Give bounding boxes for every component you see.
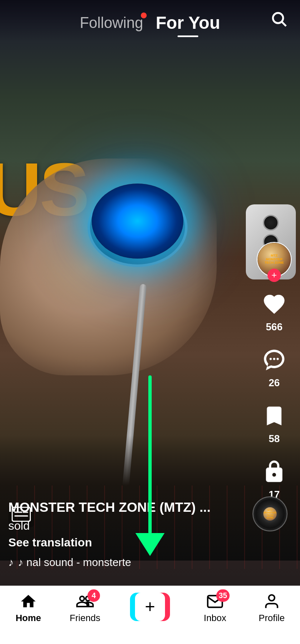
following-tab[interactable]: Following (80, 14, 143, 32)
friends-badge: 4 (88, 589, 100, 602)
profile-icon (263, 593, 280, 610)
avatar-label: MTZMONSTERTECH ZONE (265, 254, 284, 265)
inbox-icon: 35 (206, 593, 224, 610)
right-actions-panel: MTZMONSTERTECH ZONE + 566 26 (257, 242, 292, 501)
video-info: MONSTER TECH ZONE (MTZ) ... sold See tra… (0, 500, 242, 577)
top-navigation: Following For You (0, 0, 300, 42)
video-description: sold (8, 519, 233, 533)
profile-nav-item[interactable]: Profile (251, 593, 292, 624)
bookmark-count: 58 (269, 433, 280, 445)
svg-point-3 (273, 358, 275, 360)
friends-icon: 4 (76, 593, 94, 610)
share-icon (260, 457, 289, 486)
music-text: ♪ nal sound - monsterte (18, 556, 131, 569)
svg-point-4 (277, 358, 279, 360)
create-button[interactable]: + (121, 593, 179, 621)
bookmark-action[interactable]: 58 (260, 401, 289, 445)
inbox-label: Inbox (204, 613, 226, 624)
arrow-head (135, 533, 165, 556)
home-icon (20, 593, 37, 610)
like-count: 566 (266, 321, 282, 333)
music-note-icon: ♪ (8, 556, 14, 569)
share-action[interactable]: 17 (260, 457, 289, 501)
music-info[interactable]: ♪ ♪ nal sound - monsterte (8, 556, 233, 569)
comment-action[interactable]: 26 (260, 345, 289, 389)
device-glow (92, 184, 183, 259)
svg-point-9 (269, 595, 275, 601)
plus-button-inner: + (130, 593, 170, 621)
creator-avatar-container[interactable]: MTZMONSTERTECH ZONE + (257, 242, 292, 277)
like-icon (260, 289, 289, 319)
svg-line-1 (282, 22, 286, 26)
notification-dot (141, 13, 147, 18)
profile-label: Profile (259, 613, 285, 624)
home-nav-item[interactable]: Home (8, 593, 49, 624)
swipe-arrow (135, 375, 165, 556)
svg-point-2 (270, 358, 272, 360)
following-label: Following (80, 14, 143, 31)
bottom-navigation: Home 4 Friends + 35 Inbox (0, 586, 300, 644)
camera-lens-1 (263, 215, 279, 231)
hand-visual (0, 158, 217, 375)
follow-button[interactable]: + (268, 269, 281, 282)
inbox-badge: 35 (216, 589, 230, 602)
foryou-tab[interactable]: For You (156, 13, 220, 33)
vinyl-center: MTZMONSTERTECHZONE (263, 507, 277, 521)
home-label: Home (15, 613, 41, 624)
plus-icon: + (135, 593, 165, 621)
foryou-label: For You (156, 13, 220, 33)
creator-username[interactable]: MONSTER TECH ZONE (MTZ) ... (8, 500, 233, 515)
search-button[interactable] (270, 10, 288, 32)
svg-point-0 (273, 13, 283, 23)
friends-nav-item[interactable]: 4 Friends (64, 593, 106, 624)
bookmark-icon (260, 401, 289, 430)
comment-count: 26 (269, 377, 280, 389)
vinyl-record[interactable]: MTZMONSTERTECHZONE (252, 496, 288, 531)
like-action[interactable]: 566 (260, 289, 289, 333)
comment-icon (260, 345, 289, 375)
arrow-line (148, 375, 152, 534)
friends-label: Friends (70, 613, 100, 624)
inbox-nav-item[interactable]: 35 Inbox (194, 593, 236, 624)
see-translation-button[interactable]: See translation (8, 536, 233, 549)
